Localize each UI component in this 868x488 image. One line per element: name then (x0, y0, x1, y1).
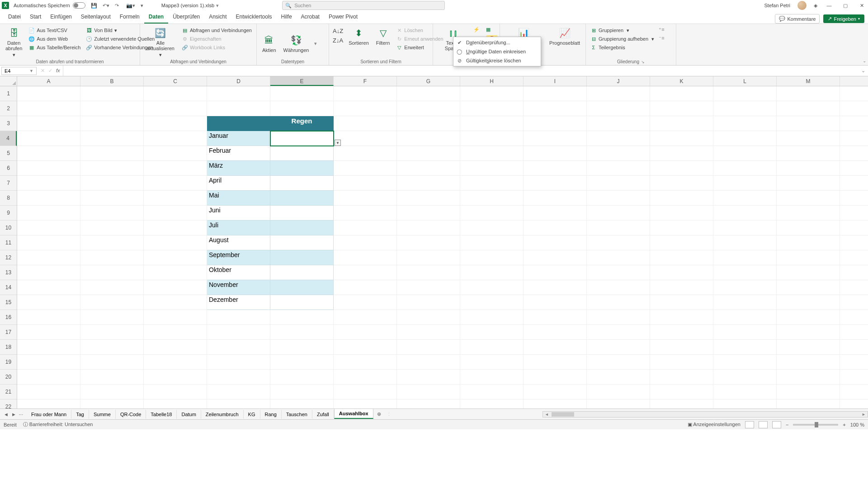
cell[interactable] (650, 355, 713, 370)
fx-icon[interactable]: fx (56, 68, 60, 74)
flash-fill-icon[interactable]: ⚡ (473, 27, 483, 33)
cell[interactable] (80, 370, 144, 385)
cell[interactable] (587, 176, 650, 191)
cell[interactable] (460, 385, 524, 399)
cell[interactable] (270, 146, 334, 161)
cell[interactable] (17, 399, 80, 408)
cell[interactable] (397, 101, 460, 116)
cell[interactable] (144, 86, 207, 101)
cell[interactable] (270, 161, 334, 176)
cell[interactable] (587, 310, 650, 325)
cell[interactable] (777, 221, 840, 235)
cell[interactable] (713, 191, 777, 206)
save-icon[interactable]: 💾 (91, 3, 97, 9)
sheet-nav-more[interactable]: ··· (19, 412, 23, 417)
cell[interactable] (777, 161, 840, 176)
cell[interactable] (524, 116, 587, 131)
cell[interactable] (80, 191, 144, 206)
cell[interactable] (587, 101, 650, 116)
cell[interactable] (80, 221, 144, 235)
cell[interactable] (460, 146, 524, 161)
clear-circles-menuitem[interactable]: ⊘ Gültigkeitskreise löschen (453, 56, 541, 65)
normal-view-button[interactable] (745, 421, 754, 428)
cell[interactable] (524, 161, 587, 176)
consolidate-icon[interactable]: ▦ (486, 27, 496, 33)
cell[interactable] (207, 385, 270, 399)
cell[interactable] (777, 131, 840, 146)
cell[interactable] (587, 325, 650, 340)
sheet-tab[interactable]: Frau oder Mann (27, 410, 71, 419)
cell[interactable] (397, 131, 460, 146)
close-button[interactable]: ✕ (857, 3, 866, 9)
cell[interactable] (144, 176, 207, 191)
cell[interactable] (17, 295, 80, 310)
cell[interactable] (713, 370, 777, 385)
cell[interactable] (524, 235, 587, 250)
cell[interactable] (17, 280, 80, 295)
cell[interactable] (144, 295, 207, 310)
cell[interactable] (777, 325, 840, 340)
cell[interactable] (397, 206, 460, 221)
cell[interactable] (777, 206, 840, 221)
collapse-ribbon-icon[interactable]: ⌄ (863, 58, 866, 63)
cell[interactable] (777, 355, 840, 370)
sort-desc-icon[interactable]: Z↓A (333, 37, 343, 44)
cell[interactable] (397, 310, 460, 325)
cell[interactable] (17, 161, 80, 176)
row-header-13[interactable]: 13 (0, 265, 17, 280)
qat-customize-icon[interactable]: ▾ (141, 3, 143, 9)
row-header-6[interactable]: 6 (0, 161, 17, 176)
cell[interactable] (587, 370, 650, 385)
sort-button[interactable]: ⬍ Sortieren (347, 26, 371, 47)
cell[interactable] (460, 265, 524, 280)
cell[interactable] (17, 86, 80, 101)
column-header-I[interactable]: I (524, 76, 587, 86)
cell[interactable] (397, 399, 460, 408)
redo-icon[interactable]: ↷ (115, 3, 119, 9)
cell[interactable] (334, 265, 397, 280)
cell[interactable] (460, 206, 524, 221)
cell[interactable] (397, 176, 460, 191)
cell[interactable]: November (207, 280, 270, 295)
cell[interactable] (334, 191, 397, 206)
cell[interactable] (80, 355, 144, 370)
diamond-icon[interactable]: ◈ (814, 3, 817, 9)
cell[interactable] (524, 310, 587, 325)
cell[interactable] (713, 265, 777, 280)
cell[interactable] (270, 370, 334, 385)
cell[interactable] (334, 385, 397, 399)
cell[interactable] (334, 161, 397, 176)
formula-input[interactable] (63, 66, 859, 76)
cell[interactable] (17, 221, 80, 235)
cell[interactable] (713, 101, 777, 116)
ribbon-tab-formeln[interactable]: Formeln (115, 11, 144, 23)
row-header-22[interactable]: 22 (0, 399, 17, 408)
show-detail-icon[interactable]: ⁺≡ (659, 27, 664, 33)
cell[interactable] (80, 176, 144, 191)
cell[interactable] (80, 86, 144, 101)
cell[interactable]: Regen (270, 116, 334, 131)
row-header-8[interactable]: 8 (0, 191, 17, 206)
dialog-launcher-icon[interactable]: ↘ (641, 60, 645, 64)
cell[interactable] (80, 280, 144, 295)
row-header-11[interactable]: 11 (0, 235, 17, 250)
sheet-nav-prev-icon[interactable]: ◄ (4, 412, 9, 417)
cell[interactable] (777, 86, 840, 101)
cell[interactable] (524, 131, 587, 146)
cell[interactable] (587, 295, 650, 310)
cell[interactable] (207, 116, 270, 131)
cell[interactable] (650, 265, 713, 280)
cell[interactable] (460, 399, 524, 408)
row-header-4[interactable]: 4 (0, 131, 17, 146)
cell[interactable]: Oktober (207, 265, 270, 280)
cell[interactable] (334, 295, 397, 310)
row-header-5[interactable]: 5 (0, 146, 17, 161)
cell[interactable] (460, 250, 524, 265)
sheet-tab[interactable]: Tauschen (282, 410, 312, 419)
cell[interactable]: August (207, 235, 270, 250)
cell[interactable] (17, 370, 80, 385)
cell[interactable] (777, 250, 840, 265)
cell[interactable] (397, 355, 460, 370)
page-layout-view-button[interactable] (759, 421, 768, 428)
cell[interactable] (17, 250, 80, 265)
